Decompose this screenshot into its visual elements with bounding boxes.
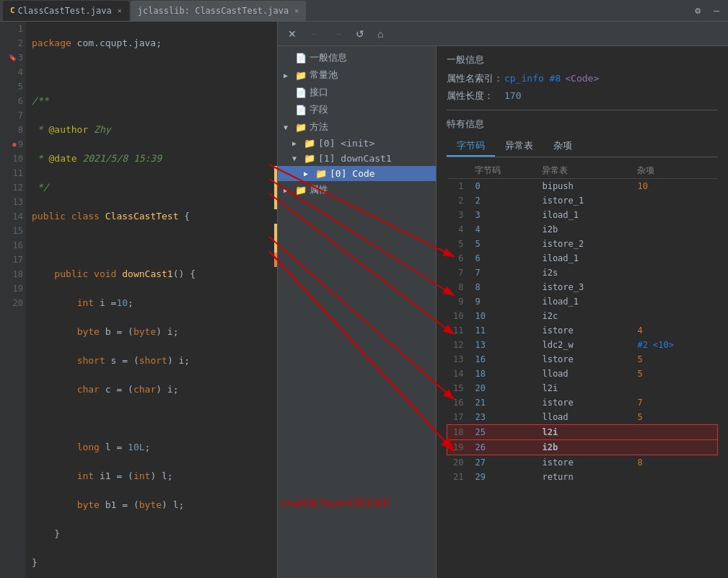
cell-opcode: ldc2_w <box>536 338 631 352</box>
close-button[interactable]: ✕ <box>284 27 301 41</box>
tree-item-init[interactable]: ▶ 📁 [0] <init> <box>278 136 436 151</box>
cell-operand <box>631 309 717 323</box>
tree-label-fields: 字段 <box>310 103 328 116</box>
table-row: 19 26 i2b <box>447 440 718 455</box>
cell-opcode: l2i <box>536 381 631 395</box>
cell-operand: #2 <10> <box>631 338 717 352</box>
code-line-7: public class ClassCastTest { <box>32 209 277 224</box>
tree-icon-constants: 📁 <box>295 70 307 81</box>
line-num-5: 5 <box>18 79 23 94</box>
tree-item-attrs[interactable]: ▶ 📁 属性 <box>278 181 436 198</box>
tab-bytecode[interactable]: 字节码 <box>447 136 495 157</box>
cell-opcode: bipush <box>536 179 631 194</box>
tab-exceptions[interactable]: 异常表 <box>495 136 543 157</box>
right-panel: ✕ ← → ↺ ⌂ 📄 一般信息 ▶ 📁 常量池 <box>278 22 728 578</box>
cell-operand <box>631 222 717 237</box>
code-lines: 1 2 🔖3 4 5 6 7 8 ●9 10 11 12 13 14 15 16 <box>0 22 277 578</box>
line-num-1: 1 <box>18 22 23 36</box>
col-opcode: 异常表 <box>536 163 631 179</box>
tree-label-methods: 方法 <box>310 121 328 133</box>
detail-panel: 一般信息 属性名索引： cp_info #8 <Code> 属性长度： 170 … <box>437 46 728 578</box>
tree-item-constants[interactable]: ▶ 📁 常量池 <box>278 66 436 84</box>
tab-jclasslib-close[interactable]: ✕ <box>294 6 299 14</box>
back-button[interactable]: ← <box>305 27 324 41</box>
cell-offset: 11 <box>469 323 536 338</box>
cell-rownum: 12 <box>447 338 470 352</box>
cell-opcode: istore <box>536 323 631 338</box>
code-line-15: long l = 10L; <box>32 440 277 455</box>
cell-opcode: i2c <box>536 309 631 323</box>
cell-opcode: istore_3 <box>536 280 631 294</box>
tree-icon-downcast1: 📁 <box>304 153 315 164</box>
tree-label-code: [0] Code <box>330 168 375 179</box>
java-file-icon: C <box>10 6 15 15</box>
table-row: 18 25 l2i <box>447 425 718 440</box>
tree-label-interface: 接口 <box>310 86 328 99</box>
cell-opcode: iload_1 <box>536 294 631 309</box>
cell-opcode: i2s <box>536 266 631 280</box>
cell-offset: 8 <box>469 280 536 294</box>
tree-item-code[interactable]: ▶ 📁 [0] Code <box>278 166 436 181</box>
tree-item-general[interactable]: 📄 一般信息 <box>278 49 436 66</box>
code-line-9: public void downCast1() { <box>32 267 277 281</box>
editor-body: 1 2 🔖3 4 5 6 7 8 ●9 10 11 12 13 14 15 16 <box>0 22 277 578</box>
line-num-12: 12 <box>13 180 23 195</box>
tab-jclasslib-label: jclasslib: ClassCastTest.java <box>138 6 289 16</box>
cell-opcode: i2b <box>536 440 631 455</box>
refresh-button[interactable]: ↺ <box>351 27 369 41</box>
bytecode-table: 字节码 异常表 杂项 1 0 bipush 10 2 2 istore_1 3 … <box>447 163 718 484</box>
cell-rownum: 3 <box>447 208 470 222</box>
minimize-icon[interactable]: — <box>708 2 725 19</box>
forward-button[interactable]: → <box>328 27 347 41</box>
tree-item-fields[interactable]: 📄 字段 <box>278 101 436 118</box>
code-line-8 <box>32 238 277 253</box>
line-num-20: 20 <box>13 296 23 310</box>
line-num-7: 7 <box>18 108 23 123</box>
cell-operand <box>631 193 717 208</box>
cell-offset: 13 <box>469 338 536 352</box>
tab-editor[interactable]: C ClassCastTest.java ✕ <box>3 1 129 21</box>
cell-operand <box>631 381 717 395</box>
tree-panel: 📄 一般信息 ▶ 📁 常量池 📄 接口 📄 <box>278 46 437 578</box>
table-row: 4 4 i2b <box>447 222 718 237</box>
cell-operand: 10 <box>631 179 717 194</box>
attr-name-value[interactable]: cp_info #8 <box>504 73 561 84</box>
tree-item-interface[interactable]: 📄 接口 <box>278 84 436 101</box>
cell-rownum: 9 <box>447 294 470 309</box>
cell-offset: 5 <box>469 237 536 251</box>
cell-opcode: l2i <box>536 425 631 440</box>
table-row: 11 11 istore 4 <box>447 323 718 338</box>
home-button[interactable]: ⌂ <box>373 27 387 41</box>
tree-label-attrs: 属性 <box>310 183 328 196</box>
line-num-15: 15 <box>13 224 23 238</box>
settings-icon[interactable]: ⚙ <box>689 2 706 19</box>
cell-rownum: 21 <box>447 470 470 484</box>
code-line-12: short s = (short) i; <box>32 354 277 368</box>
tree-icon-init: 📁 <box>304 138 315 149</box>
code-content[interactable]: package com.cqupt.java; /** * @author Zh… <box>26 22 277 578</box>
cell-operand: 7 <box>631 395 717 410</box>
cell-operand: 4 <box>631 323 717 338</box>
tab-editor-close[interactable]: ✕ <box>118 6 122 14</box>
table-row: 6 6 iload_1 <box>447 251 718 266</box>
cell-operand <box>631 294 717 309</box>
tree-item-methods[interactable]: ▼ 📁 方法 <box>278 118 436 136</box>
cell-operand <box>631 266 717 280</box>
cell-operand <box>631 470 717 484</box>
tree-item-downcast1[interactable]: ▼ 📁 [1] downCast1 <box>278 151 436 166</box>
attr-name-code: <Code> <box>565 73 599 84</box>
cell-operand: 8 <box>631 455 717 470</box>
cell-operand <box>631 280 717 294</box>
tab-misc[interactable]: 杂项 <box>543 136 582 157</box>
line-num-2: 2 <box>18 36 23 51</box>
cell-opcode: istore <box>536 455 631 470</box>
table-row: 3 3 iload_1 <box>447 208 718 222</box>
cell-operand <box>631 208 717 222</box>
cell-offset: 7 <box>469 266 536 280</box>
line-num-18: 18 <box>13 267 23 281</box>
cell-opcode: istore <box>536 395 631 410</box>
tab-jclasslib[interactable]: jclasslib: ClassCastTest.java ✕ <box>131 1 307 21</box>
cell-operand <box>631 251 717 266</box>
col-operand: 杂项 <box>631 163 717 179</box>
line-num-17: 17 <box>13 253 23 267</box>
